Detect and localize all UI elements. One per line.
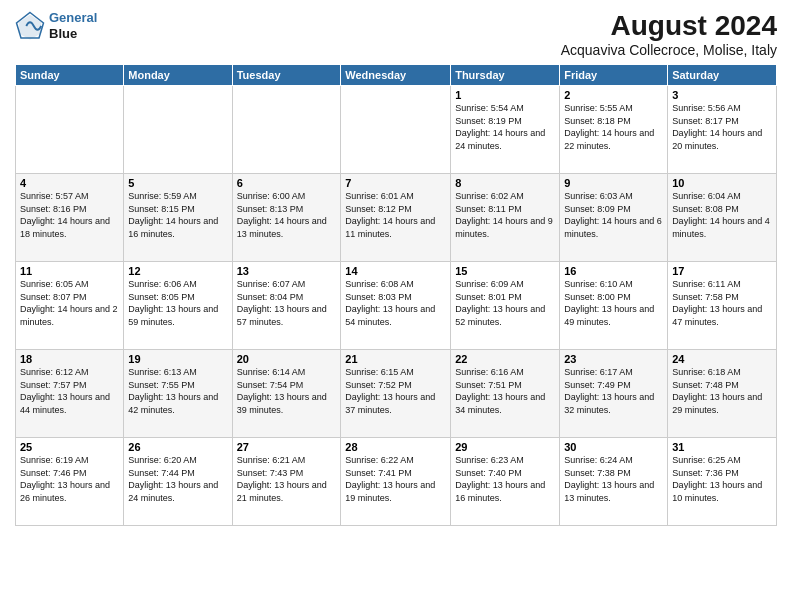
- day-number: 3: [672, 89, 772, 101]
- day-number: 31: [672, 441, 772, 453]
- calendar-cell: 30Sunrise: 6:24 AM Sunset: 7:38 PM Dayli…: [560, 438, 668, 526]
- logo-text: General Blue: [49, 10, 97, 41]
- day-number: 18: [20, 353, 119, 365]
- day-number: 17: [672, 265, 772, 277]
- day-info: Sunrise: 6:20 AM Sunset: 7:44 PM Dayligh…: [128, 454, 227, 504]
- day-number: 11: [20, 265, 119, 277]
- calendar: SundayMondayTuesdayWednesdayThursdayFrid…: [15, 64, 777, 526]
- calendar-week-row: 4Sunrise: 5:57 AM Sunset: 8:16 PM Daylig…: [16, 174, 777, 262]
- calendar-cell: 7Sunrise: 6:01 AM Sunset: 8:12 PM Daylig…: [341, 174, 451, 262]
- day-number: 20: [237, 353, 337, 365]
- calendar-cell: 5Sunrise: 5:59 AM Sunset: 8:15 PM Daylig…: [124, 174, 232, 262]
- calendar-cell: 29Sunrise: 6:23 AM Sunset: 7:40 PM Dayli…: [451, 438, 560, 526]
- calendar-cell: 20Sunrise: 6:14 AM Sunset: 7:54 PM Dayli…: [232, 350, 341, 438]
- day-number: 27: [237, 441, 337, 453]
- day-of-week-header: Thursday: [451, 65, 560, 86]
- calendar-cell: 3Sunrise: 5:56 AM Sunset: 8:17 PM Daylig…: [668, 86, 777, 174]
- day-of-week-header: Saturday: [668, 65, 777, 86]
- calendar-cell: 8Sunrise: 6:02 AM Sunset: 8:11 PM Daylig…: [451, 174, 560, 262]
- calendar-header-row: SundayMondayTuesdayWednesdayThursdayFrid…: [16, 65, 777, 86]
- day-number: 12: [128, 265, 227, 277]
- calendar-week-row: 25Sunrise: 6:19 AM Sunset: 7:46 PM Dayli…: [16, 438, 777, 526]
- day-number: 5: [128, 177, 227, 189]
- day-info: Sunrise: 6:05 AM Sunset: 8:07 PM Dayligh…: [20, 278, 119, 328]
- day-info: Sunrise: 6:13 AM Sunset: 7:55 PM Dayligh…: [128, 366, 227, 416]
- day-number: 2: [564, 89, 663, 101]
- main-title: August 2024: [561, 10, 777, 42]
- day-info: Sunrise: 6:09 AM Sunset: 8:01 PM Dayligh…: [455, 278, 555, 328]
- day-number: 21: [345, 353, 446, 365]
- day-number: 6: [237, 177, 337, 189]
- calendar-cell: 26Sunrise: 6:20 AM Sunset: 7:44 PM Dayli…: [124, 438, 232, 526]
- day-info: Sunrise: 5:55 AM Sunset: 8:18 PM Dayligh…: [564, 102, 663, 152]
- logo-line2: Blue: [49, 26, 97, 42]
- day-info: Sunrise: 6:15 AM Sunset: 7:52 PM Dayligh…: [345, 366, 446, 416]
- calendar-cell: 23Sunrise: 6:17 AM Sunset: 7:49 PM Dayli…: [560, 350, 668, 438]
- calendar-cell: 28Sunrise: 6:22 AM Sunset: 7:41 PM Dayli…: [341, 438, 451, 526]
- calendar-cell: 19Sunrise: 6:13 AM Sunset: 7:55 PM Dayli…: [124, 350, 232, 438]
- day-number: 26: [128, 441, 227, 453]
- day-number: 14: [345, 265, 446, 277]
- logo-line1: General: [49, 10, 97, 25]
- calendar-cell: 12Sunrise: 6:06 AM Sunset: 8:05 PM Dayli…: [124, 262, 232, 350]
- calendar-cell: 27Sunrise: 6:21 AM Sunset: 7:43 PM Dayli…: [232, 438, 341, 526]
- calendar-cell: [124, 86, 232, 174]
- day-number: 15: [455, 265, 555, 277]
- calendar-cell: 4Sunrise: 5:57 AM Sunset: 8:16 PM Daylig…: [16, 174, 124, 262]
- day-info: Sunrise: 5:54 AM Sunset: 8:19 PM Dayligh…: [455, 102, 555, 152]
- day-of-week-header: Monday: [124, 65, 232, 86]
- day-number: 4: [20, 177, 119, 189]
- day-info: Sunrise: 6:01 AM Sunset: 8:12 PM Dayligh…: [345, 190, 446, 240]
- day-info: Sunrise: 6:10 AM Sunset: 8:00 PM Dayligh…: [564, 278, 663, 328]
- calendar-cell: 15Sunrise: 6:09 AM Sunset: 8:01 PM Dayli…: [451, 262, 560, 350]
- day-info: Sunrise: 6:04 AM Sunset: 8:08 PM Dayligh…: [672, 190, 772, 240]
- day-of-week-header: Wednesday: [341, 65, 451, 86]
- day-info: Sunrise: 6:19 AM Sunset: 7:46 PM Dayligh…: [20, 454, 119, 504]
- day-info: Sunrise: 6:22 AM Sunset: 7:41 PM Dayligh…: [345, 454, 446, 504]
- day-number: 25: [20, 441, 119, 453]
- calendar-cell: [341, 86, 451, 174]
- day-info: Sunrise: 6:12 AM Sunset: 7:57 PM Dayligh…: [20, 366, 119, 416]
- day-info: Sunrise: 6:11 AM Sunset: 7:58 PM Dayligh…: [672, 278, 772, 328]
- calendar-cell: 31Sunrise: 6:25 AM Sunset: 7:36 PM Dayli…: [668, 438, 777, 526]
- day-info: Sunrise: 6:08 AM Sunset: 8:03 PM Dayligh…: [345, 278, 446, 328]
- day-info: Sunrise: 5:57 AM Sunset: 8:16 PM Dayligh…: [20, 190, 119, 240]
- page: General Blue August 2024 Acquaviva Colle…: [0, 0, 792, 612]
- calendar-cell: 17Sunrise: 6:11 AM Sunset: 7:58 PM Dayli…: [668, 262, 777, 350]
- calendar-cell: [232, 86, 341, 174]
- day-info: Sunrise: 6:07 AM Sunset: 8:04 PM Dayligh…: [237, 278, 337, 328]
- calendar-cell: [16, 86, 124, 174]
- calendar-cell: 6Sunrise: 6:00 AM Sunset: 8:13 PM Daylig…: [232, 174, 341, 262]
- day-of-week-header: Sunday: [16, 65, 124, 86]
- day-info: Sunrise: 6:03 AM Sunset: 8:09 PM Dayligh…: [564, 190, 663, 240]
- day-number: 24: [672, 353, 772, 365]
- day-number: 29: [455, 441, 555, 453]
- day-number: 22: [455, 353, 555, 365]
- day-info: Sunrise: 6:23 AM Sunset: 7:40 PM Dayligh…: [455, 454, 555, 504]
- day-info: Sunrise: 5:56 AM Sunset: 8:17 PM Dayligh…: [672, 102, 772, 152]
- calendar-cell: 18Sunrise: 6:12 AM Sunset: 7:57 PM Dayli…: [16, 350, 124, 438]
- calendar-cell: 2Sunrise: 5:55 AM Sunset: 8:18 PM Daylig…: [560, 86, 668, 174]
- day-number: 1: [455, 89, 555, 101]
- calendar-cell: 13Sunrise: 6:07 AM Sunset: 8:04 PM Dayli…: [232, 262, 341, 350]
- calendar-cell: 9Sunrise: 6:03 AM Sunset: 8:09 PM Daylig…: [560, 174, 668, 262]
- day-info: Sunrise: 5:59 AM Sunset: 8:15 PM Dayligh…: [128, 190, 227, 240]
- calendar-cell: 21Sunrise: 6:15 AM Sunset: 7:52 PM Dayli…: [341, 350, 451, 438]
- day-info: Sunrise: 6:02 AM Sunset: 8:11 PM Dayligh…: [455, 190, 555, 240]
- calendar-cell: 24Sunrise: 6:18 AM Sunset: 7:48 PM Dayli…: [668, 350, 777, 438]
- day-info: Sunrise: 6:06 AM Sunset: 8:05 PM Dayligh…: [128, 278, 227, 328]
- day-number: 28: [345, 441, 446, 453]
- calendar-cell: 25Sunrise: 6:19 AM Sunset: 7:46 PM Dayli…: [16, 438, 124, 526]
- logo-icon: [15, 11, 45, 41]
- day-number: 19: [128, 353, 227, 365]
- day-info: Sunrise: 6:14 AM Sunset: 7:54 PM Dayligh…: [237, 366, 337, 416]
- calendar-week-row: 18Sunrise: 6:12 AM Sunset: 7:57 PM Dayli…: [16, 350, 777, 438]
- day-number: 13: [237, 265, 337, 277]
- day-number: 16: [564, 265, 663, 277]
- header: General Blue August 2024 Acquaviva Colle…: [15, 10, 777, 58]
- day-number: 30: [564, 441, 663, 453]
- day-info: Sunrise: 6:18 AM Sunset: 7:48 PM Dayligh…: [672, 366, 772, 416]
- day-number: 23: [564, 353, 663, 365]
- subtitle: Acquaviva Collecroce, Molise, Italy: [561, 42, 777, 58]
- day-of-week-header: Tuesday: [232, 65, 341, 86]
